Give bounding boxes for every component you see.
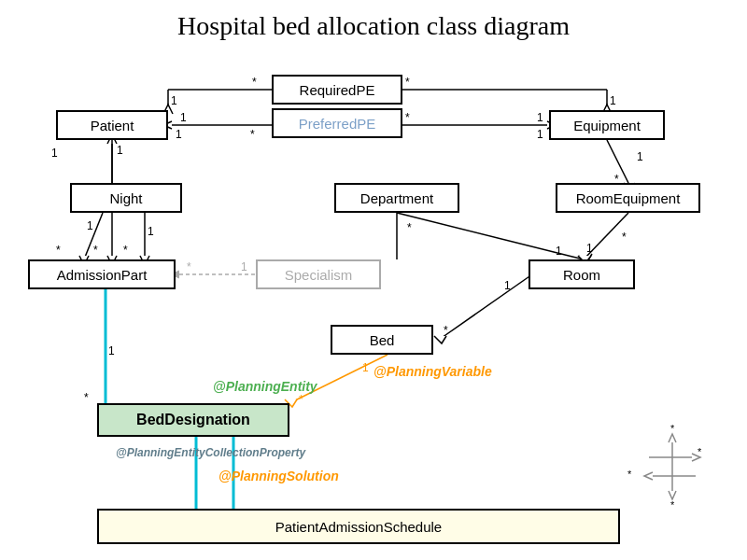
box-roomequipment: RoomEquipment (556, 183, 700, 213)
svg-line-40 (439, 274, 532, 340)
box-admissionpart: AdmissionPart (28, 259, 176, 289)
box-bed: Bed (331, 325, 433, 355)
svg-text:*: * (56, 244, 61, 257)
svg-text:*: * (250, 128, 255, 141)
svg-text:1: 1 (87, 219, 93, 232)
svg-text:*: * (670, 423, 675, 434)
svg-text:*: * (627, 469, 632, 480)
annotation-planningentity: @PlanningEntity (213, 379, 317, 394)
box-night: Night (70, 183, 182, 213)
box-specialism: Specialism (256, 259, 381, 289)
svg-text:1: 1 (504, 279, 511, 292)
box-preferredpe: PreferredPE (272, 108, 402, 138)
box-equipment: Equipment (549, 110, 665, 140)
box-room: Room (529, 259, 635, 289)
box-beddesignation: BedDesignation (97, 403, 289, 437)
svg-text:*: * (622, 231, 627, 244)
svg-text:1: 1 (362, 361, 369, 374)
diagram-container: Hospital bed allocation class diagram 1 … (0, 0, 747, 560)
box-patient: Patient (56, 110, 168, 140)
svg-text:*: * (187, 260, 191, 273)
box-department: Department (334, 183, 459, 213)
svg-text:1: 1 (586, 242, 593, 255)
svg-text:*: * (84, 391, 89, 404)
svg-line-30 (397, 213, 584, 259)
svg-text:*: * (252, 76, 257, 89)
svg-text:*: * (407, 221, 412, 234)
svg-text:1: 1 (117, 144, 123, 157)
svg-text:1: 1 (148, 225, 154, 238)
svg-text:1: 1 (537, 111, 543, 124)
svg-text:*: * (299, 393, 303, 406)
svg-text:1: 1 (171, 94, 177, 107)
svg-text:*: * (405, 76, 410, 89)
svg-text:*: * (670, 499, 675, 511)
box-requiredpe: RequiredPE (272, 75, 402, 105)
svg-text:1: 1 (537, 128, 543, 141)
annotation-planningsolution: @PlanningSolution (218, 469, 339, 483)
annotation-planningvariable: @PlanningVariable (374, 364, 492, 379)
svg-text:*: * (405, 111, 410, 124)
svg-line-20 (84, 213, 103, 259)
svg-text:1: 1 (108, 344, 115, 357)
svg-text:1: 1 (241, 260, 247, 273)
svg-text:*: * (93, 244, 98, 257)
svg-text:1: 1 (51, 147, 58, 160)
box-patientadmissionschedule: PatientAdmissionSchedule (97, 509, 620, 544)
svg-text:1: 1 (180, 111, 187, 124)
svg-text:1: 1 (176, 128, 182, 141)
svg-text:1: 1 (610, 94, 616, 107)
svg-line-34 (607, 140, 628, 183)
svg-text:*: * (698, 446, 702, 457)
annotation-planningentitycollectionproperty: @PlanningEntityCollectionProperty (116, 446, 305, 459)
svg-text:*: * (123, 244, 128, 257)
svg-text:1: 1 (556, 245, 562, 258)
svg-line-37 (584, 213, 628, 259)
svg-text:1: 1 (637, 150, 643, 163)
svg-text:*: * (444, 324, 448, 337)
diagram-title: Hospital bed allocation class diagram (0, 0, 747, 49)
